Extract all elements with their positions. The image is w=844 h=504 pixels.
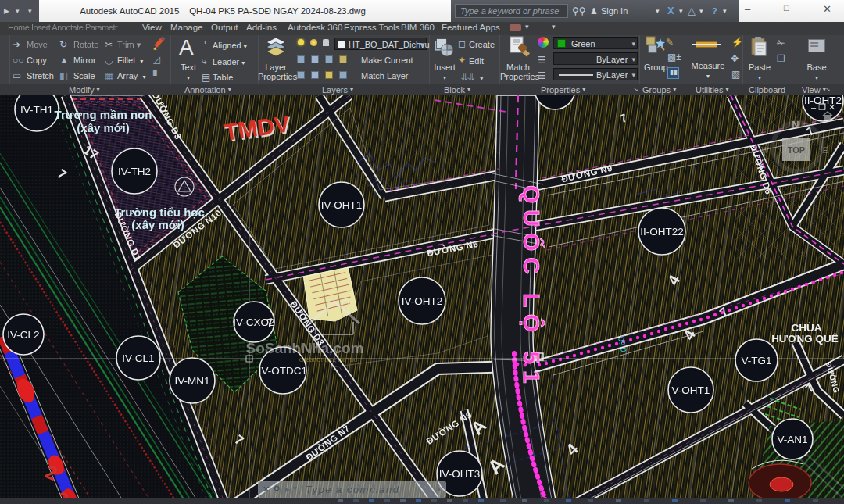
svg-text:N: N: [792, 119, 799, 130]
svg-text:(xây mới): (xây mới): [131, 218, 184, 231]
svg-text:V-AN1: V-AN1: [777, 434, 807, 445]
svg-text:V-TG1: V-TG1: [741, 355, 771, 366]
svg-text:IV-OHT3: IV-OHT3: [439, 468, 481, 480]
svg-text:IV-OHT1: IV-OHT1: [321, 199, 363, 211]
svg-text:SoSanhNha.com: SoSanhNha.com: [246, 340, 364, 356]
svg-text:HƯƠNG QUÊ: HƯƠNG QUÊ: [771, 333, 839, 345]
svg-text:IV-CL1: IV-CL1: [122, 352, 154, 364]
svg-text:IV-TH2: IV-TH2: [118, 166, 151, 177]
svg-text:CHÙA: CHÙA: [792, 322, 822, 334]
svg-text:W: W: [761, 146, 769, 155]
svg-text:IV-TH1: IV-TH1: [20, 104, 53, 116]
svg-text:Great Choice for You: Great Choice for You: [299, 356, 357, 363]
svg-text:Trường mầm non: Trường mầm non: [55, 108, 152, 121]
svg-text:IV-OTDC1: IV-OTDC1: [259, 365, 307, 377]
svg-text:IV-MN1: IV-MN1: [174, 375, 209, 387]
svg-text:V-OHT1: V-OHT1: [672, 384, 710, 396]
svg-text:E: E: [823, 146, 828, 155]
svg-text:TOP: TOP: [788, 145, 805, 155]
svg-text:IV-OHT2: IV-OHT2: [402, 295, 443, 307]
svg-text:Trường tiểu học: Trường tiểu học: [114, 206, 205, 219]
svg-text:(xây mới): (xây mới): [77, 121, 129, 134]
svg-text:– ❐ ✕: – ❐ ✕: [811, 102, 835, 112]
svg-text:QUỐC LỘ 51: QUỐC LỘ 51: [519, 185, 545, 390]
svg-text:II-OHT22: II-OHT22: [640, 226, 684, 238]
svg-text:IV-CL2: IV-CL2: [7, 329, 39, 341]
